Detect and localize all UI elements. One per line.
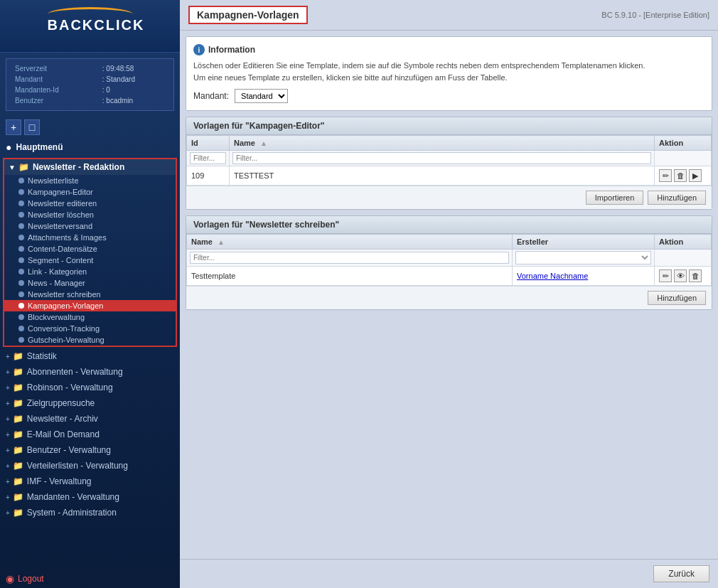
dot-icon [18, 292, 24, 297]
sidebar-item-kampagnen-editor[interactable]: Kampagnen-Editor [4, 186, 176, 198]
sidebar-item-newsletter-archiv[interactable]: + 📁 Newsletter - Archiv [0, 411, 180, 427]
sidebar-item-segment-content[interactable]: Segment - Content [4, 255, 176, 266]
sidebar-item-benutzer-verwaltung[interactable]: + 📁 Benutzer - Verwaltung [0, 442, 180, 458]
filter-name-cell2 [187, 250, 513, 267]
newsletter-redaktion-label: Newsletter - Redaktion [33, 162, 124, 172]
edit-button[interactable]: ✏ [659, 169, 672, 182]
filter-ersteller-select[interactable] [515, 251, 651, 264]
dot-icon [18, 337, 24, 343]
sidebar-item-email-on-demand[interactable]: + 📁 E-Mail On Demand [0, 427, 180, 442]
sidebar-item-statistik[interactable]: + 📁 Statistik [0, 348, 180, 364]
delete-button2[interactable]: 🗑 [689, 269, 702, 282]
info-panel: i Information Löschen oder Editieren Sie… [186, 36, 712, 111]
col-ersteller-header[interactable]: Ersteller [513, 235, 655, 250]
col-name-header[interactable]: Name ▲ [230, 136, 655, 151]
bottom-bar: Zurück [180, 559, 718, 588]
filter-name-input2[interactable] [190, 252, 509, 264]
expand-icon: + [6, 368, 10, 376]
main-header: Kampagnen-Vorlagen BC 5.9.10 - [Enterpri… [180, 0, 718, 31]
sidebar-item-imf-verwaltung[interactable]: + 📁 IMF - Verwaltung [0, 474, 180, 489]
sidebar-item-newsletter-loeschen[interactable]: Newsletter löschen [4, 209, 176, 220]
newsletter-schreiben-header: Vorlagen für "Newsletter schreiben" [186, 216, 712, 234]
hinzufuegen-button[interactable]: Hinzufügen [648, 191, 706, 205]
sidebar-expand-btn[interactable]: + [6, 119, 21, 135]
benutzer-label: Benutzer [14, 96, 100, 105]
sidebar-item-mandanten-verwaltung[interactable]: + 📁 Mandanten - Verwaltung [0, 489, 180, 505]
hauptmenu-icon: ● [6, 141, 11, 153]
delete-button[interactable]: 🗑 [674, 169, 687, 182]
sidebar-item-abonnenten-verwaltung[interactable]: + 📁 Abonnenten - Verwaltung [0, 364, 180, 380]
mandanten-id-label: Mandanten-Id [14, 85, 100, 95]
col-name-header2[interactable]: Name ▲ [187, 235, 513, 250]
folder-icon: 📁 [18, 162, 29, 172]
filter-id-input[interactable] [190, 152, 226, 164]
sidebar-item-attachments[interactable]: Attachments & Images [4, 232, 176, 243]
folder-icon: 📁 [13, 461, 23, 471]
dot-icon [18, 314, 24, 320]
newsletter-schreiben-section: Vorlagen für "Newsletter schreiben" Name… [186, 215, 712, 310]
mandanten-id-value: : 0 [101, 85, 166, 95]
export-button[interactable]: ▶ [689, 169, 702, 182]
dot-icon [18, 189, 24, 195]
version-info: BC 5.9.10 - [Enterprise Edition] [601, 11, 709, 19]
col-id-header[interactable]: Id [187, 136, 230, 151]
benutzer-value: : bcadmin [101, 96, 166, 105]
sidebar-item-gutschein-verwaltung[interactable]: Gutschein-Verwaltung [4, 334, 176, 346]
sidebar-item-newsletterversand[interactable]: Newsletterversand [4, 220, 176, 232]
sidebar-item-newsletter-editieren[interactable]: Newsletter editieren [4, 198, 176, 209]
filter-name-input[interactable] [232, 152, 651, 164]
expand-icon: + [6, 384, 10, 392]
sidebar-item-newsletter-schreiben[interactable]: Newsletter schreiben [4, 289, 176, 300]
sidebar-item-newsletterliste[interactable]: Newsletterliste [4, 175, 176, 186]
info-header: i Information [193, 44, 704, 55]
mandant-value: : Standard [101, 75, 166, 84]
edit-button2[interactable]: ✏ [659, 269, 672, 282]
kampagen-table-scroll[interactable]: Id Name ▲ Aktion [186, 135, 712, 186]
row-ersteller: Vorname Nachname [513, 267, 655, 286]
expand-icon: + [6, 353, 10, 360]
sidebar-item-verteilerlisten-verwaltung[interactable]: + 📁 Verteilerlisten - Verwaltung [0, 458, 180, 474]
hauptmenu-item[interactable]: ● Hauptmenü [0, 138, 180, 156]
main-content-area: Kampagnen-Vorlagen BC 5.9.10 - [Enterpri… [180, 0, 718, 588]
mandant-select[interactable]: Standard [235, 89, 288, 103]
importieren-button[interactable]: Importieren [586, 191, 644, 205]
action-icons2: ✏ 👁 🗑 [659, 269, 707, 282]
folder-icon: 📁 [13, 492, 23, 502]
preview-button[interactable]: 👁 [674, 269, 687, 282]
sidebar-item-conversion-tracking[interactable]: Conversion-Tracking [4, 323, 176, 334]
sidebar-item-link-kategorien[interactable]: Link - Kategorien [4, 266, 176, 277]
expand-icon: + [6, 415, 10, 423]
sidebar-item-robinson-verwaltung[interactable]: + 📁 Robinson - Verwaltung [0, 380, 180, 395]
mandant-label: Mandant: [193, 91, 229, 101]
folder-icon: 📁 [13, 367, 23, 377]
main-content: i Information Löschen oder Editieren Sie… [180, 31, 718, 559]
newsletter-table-scroll[interactable]: Name ▲ Ersteller Aktion [186, 234, 712, 286]
dot-icon [18, 201, 24, 206]
sidebar-item-news-manager[interactable]: News - Manager [4, 277, 176, 289]
sidebar-collapse-btn[interactable]: □ [24, 119, 40, 135]
page-title-box: Kampagnen-Vorlagen [188, 6, 308, 24]
sort-icon: ▲ [260, 139, 267, 147]
zurueck-button[interactable]: Zurück [653, 565, 709, 582]
mandant-label: Mandant [14, 75, 100, 84]
info-icon: i [193, 44, 205, 55]
sidebar-item-zielgruppensuche[interactable]: + 📁 Zielgruppensuche [0, 395, 180, 411]
ersteller-link[interactable]: Vorname Nachname [517, 272, 588, 280]
serverzeit-label: Serverzeit [14, 64, 100, 73]
filter-row2 [187, 250, 712, 267]
hinzufuegen-button2[interactable]: Hinzufügen [648, 291, 706, 305]
expand-icon: + [6, 447, 10, 454]
row-aktion2: ✏ 👁 🗑 [655, 267, 712, 286]
newsletter-redaktion-header[interactable]: ▼ 📁 Newsletter - Redaktion [4, 159, 176, 175]
expand-icon: + [6, 400, 10, 407]
logout-icon: ◉ [6, 573, 14, 584]
dot-icon [18, 223, 24, 229]
info-title: Information [208, 45, 255, 55]
sidebar-item-kampagnen-vorlagen[interactable]: ► Kampagnen-Vorlagen [4, 300, 176, 311]
logout-item[interactable]: ◉ Logout [0, 570, 180, 588]
newsletter-redaktion-section: ▼ 📁 Newsletter - Redaktion Newsletterlis… [3, 158, 177, 347]
sidebar-item-content-datensaetze[interactable]: Content-Datensätze [4, 243, 176, 255]
sidebar-item-system-administration[interactable]: + 📁 System - Administration [0, 505, 180, 520]
filter-id-cell [187, 151, 230, 166]
sidebar-item-blockverwaltung[interactable]: Blockverwaltung [4, 311, 176, 323]
